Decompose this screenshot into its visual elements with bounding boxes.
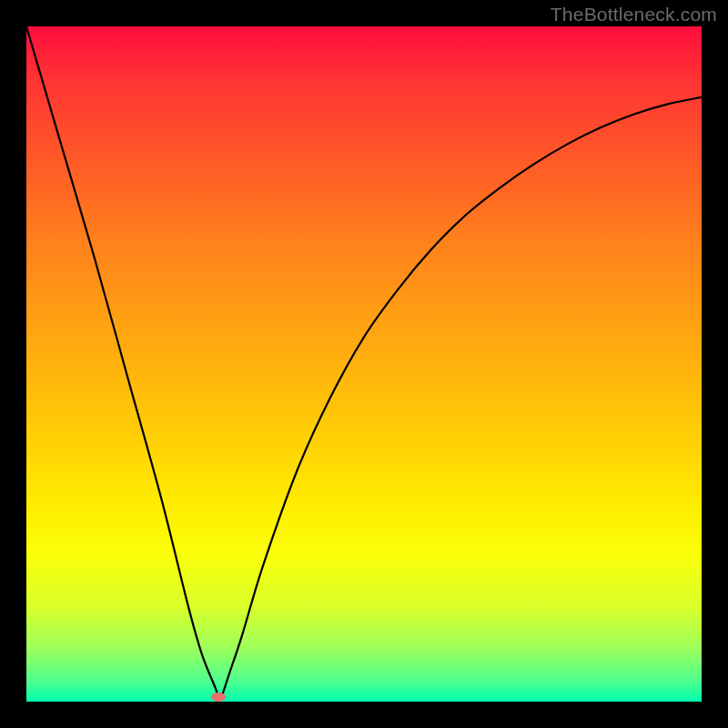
bottleneck-curve <box>26 26 702 702</box>
plot-area <box>26 26 702 702</box>
chart-frame: TheBottleneck.com <box>0 0 728 728</box>
minimum-marker <box>211 693 226 702</box>
watermark-text: TheBottleneck.com <box>551 4 717 25</box>
